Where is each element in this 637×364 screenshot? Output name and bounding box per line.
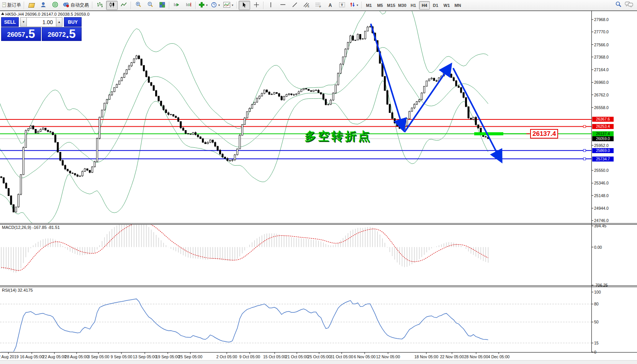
candlestick-chart-icon — [109, 2, 115, 9]
crosshair-tool-button[interactable] — [251, 1, 262, 10]
sonar-icon — [52, 2, 58, 9]
time-axis-label: 31 Oct 05:00 — [330, 354, 353, 359]
volume-increase-button[interactable]: ▲ — [56, 17, 62, 27]
new-order-button[interactable]: 新订单 — [1, 1, 23, 10]
accounts-button[interactable] — [38, 1, 49, 10]
text-label-tool-button[interactable]: T — [336, 1, 348, 10]
channel-tool-button[interactable]: E — [301, 1, 312, 10]
main-chart-canvas[interactable] — [0, 11, 637, 364]
price-callout-box[interactable]: 26137.4 — [530, 129, 558, 139]
price-tick: 25952.0 — [594, 143, 609, 148]
price-level-label: 25734.7 — [592, 157, 614, 162]
timeframe-M30[interactable]: M30 — [397, 1, 408, 10]
arrows-tool-button[interactable]: ▾ — [348, 1, 360, 10]
timeframe-group: M1M5M15M30H1H4D1W1MN — [364, 1, 463, 10]
chevron-down-icon: ▾ — [357, 3, 358, 7]
zoom-in-icon — [135, 2, 141, 9]
zoom-out-button[interactable] — [144, 1, 156, 10]
time-axis-label: 21 Oct 05:00 — [285, 354, 308, 359]
fibo-letter: F — [319, 5, 321, 8]
indicators-button[interactable]: ▾ — [197, 1, 209, 10]
timeframe-D1[interactable]: D1 — [430, 1, 441, 10]
price-tick: 25148.0 — [594, 193, 609, 198]
new-order-label: 新订单 — [7, 2, 21, 8]
macd-axis-label: 0.00 — [594, 245, 602, 250]
fibonacci-icon: F — [315, 2, 322, 9]
price-tick: 27770.0 — [594, 29, 609, 34]
channel-letter: E — [308, 5, 309, 8]
periods-button[interactable]: ▾ — [210, 1, 221, 10]
price-tick: 26960.0 — [594, 80, 609, 85]
bar-chart-button[interactable] — [94, 1, 106, 10]
time-axis-label: 4 Dec 05:00 — [488, 354, 510, 359]
sell-button[interactable]: SELL — [1, 17, 19, 27]
timeframe-M15[interactable]: M15 — [386, 1, 396, 10]
time-axis-label: 2 Aug 2019 — [0, 354, 19, 359]
text-tool-button[interactable]: A — [324, 1, 336, 10]
rsi-axis-label: 100 — [594, 290, 601, 294]
templates-button[interactable]: ▾ — [222, 1, 235, 10]
bar-chart-icon — [97, 2, 103, 9]
vertical-line-tool-button[interactable] — [265, 1, 277, 10]
person-icon — [41, 2, 46, 9]
equidistant-channel-icon: E — [303, 2, 309, 9]
price-level-label: 25869.0 — [592, 148, 614, 153]
time-axis-label: 9 Oct 05:00 — [239, 354, 260, 359]
timeframe-M5[interactable]: M5 — [375, 1, 385, 10]
template-icon — [223, 2, 230, 9]
rsi-axis-label: 80 — [594, 302, 599, 306]
time-axis-label: 16 Aug 05:00 — [20, 354, 44, 359]
chart-shift-button[interactable] — [183, 1, 194, 10]
trendline-tool-button[interactable] — [289, 1, 300, 10]
toolbar-drag-handle[interactable] — [236, 2, 237, 9]
toolbar-separator — [131, 2, 131, 9]
timeframe-H1[interactable]: H1 — [408, 1, 419, 10]
chat-icon[interactable] — [625, 1, 633, 9]
time-axis-label: 18 Nov 05:00 — [414, 354, 438, 359]
trading-platform-window: 新订单 自动交易 — [0, 0, 637, 364]
tile-windows-icon — [159, 2, 165, 9]
time-axis-label: 28 Nov 05:00 — [464, 354, 488, 359]
buy-button[interactable]: BUY — [64, 17, 82, 27]
signals-button[interactable] — [49, 1, 61, 10]
volume-decrease-button[interactable]: ▼ — [20, 17, 27, 27]
toolbar-separator — [195, 2, 196, 9]
buy-price[interactable]: 26072.5 — [42, 27, 82, 41]
main-toolbar: 新订单 自动交易 — [0, 0, 637, 11]
time-axis-label: 6 Nov 05:00 — [354, 354, 376, 359]
auto-trading-button[interactable]: 自动交易 — [61, 1, 90, 10]
market-watch-button[interactable] — [26, 1, 37, 10]
time-axis-label: 12 Nov 05:00 — [376, 354, 400, 359]
add-indicator-icon — [199, 2, 205, 9]
candlestick-chart-button[interactable] — [106, 1, 118, 10]
cursor-tool-button[interactable] — [239, 1, 250, 10]
buy-price-fraction: .5 — [66, 28, 76, 40]
price-tick: 27968.0 — [594, 17, 609, 22]
auto-scroll-button[interactable] — [171, 1, 182, 10]
volume-input[interactable]: 1.00 — [27, 17, 56, 27]
timeframe-W1[interactable]: W1 — [441, 1, 452, 10]
auto-trading-label: 自动交易 — [70, 2, 89, 8]
timeframe-MN[interactable]: MN — [452, 1, 463, 10]
horizontal-line-tool-button[interactable] — [277, 1, 288, 10]
time-axis: 2 Aug 201916 Aug 05:0022 Aug 05:0028 Aug… — [0, 353, 637, 360]
macd-indicator-label: MACD(12,26,9) -167.85 -81.51 — [2, 225, 60, 230]
sell-price[interactable]: 26057.5 — [1, 27, 41, 41]
rsi-axis-label: 50 — [594, 320, 599, 324]
tile-windows-button[interactable] — [156, 1, 168, 10]
chart-annotation-text: 多空转折点 — [305, 129, 372, 144]
time-axis-label: 22 Aug 05:00 — [43, 354, 66, 359]
timeframe-H4[interactable]: H4 — [419, 1, 430, 10]
time-axis-label: 28 Aug 05:00 — [65, 354, 88, 359]
toolbar-drag-handle[interactable] — [361, 2, 362, 9]
toolbar-drag-handle[interactable] — [92, 2, 93, 9]
zoom-in-button[interactable] — [133, 1, 144, 10]
book-icon — [28, 3, 35, 8]
line-chart-button[interactable] — [118, 1, 129, 10]
search-icon[interactable] — [615, 1, 622, 9]
buy-price-main: 26072 — [47, 30, 66, 40]
fibonacci-tool-button[interactable]: F — [313, 1, 324, 10]
timeframe-M1[interactable]: M1 — [364, 1, 374, 10]
window-bottom-strip — [0, 360, 637, 364]
chart-symbol-icon — [1, 12, 4, 15]
